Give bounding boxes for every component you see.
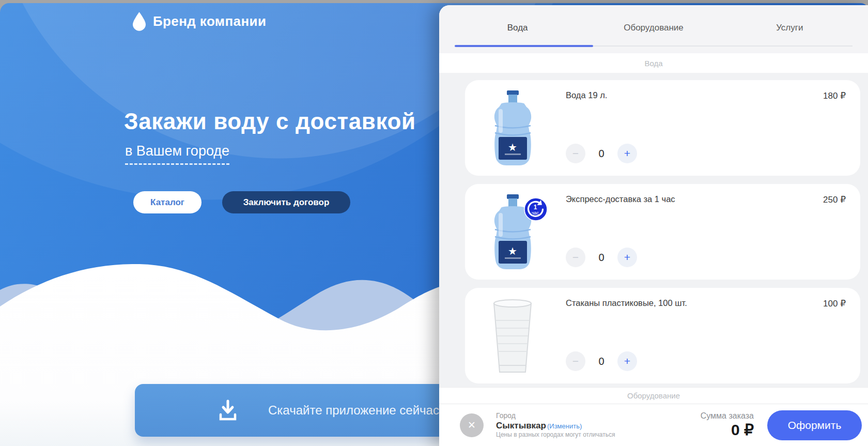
product-image-bottle: ★ <box>483 89 542 166</box>
quantity-stepper: − 0 + <box>566 351 823 371</box>
water-bottle-illustration: ★ <box>488 89 537 167</box>
increase-button[interactable]: + <box>617 144 637 163</box>
city-note: Цены в разных городах могут отличаться <box>496 431 615 439</box>
order-panel: Вода Оборудование Услуги Вода ★ <box>439 5 868 446</box>
product-price: 180 ₽ <box>823 89 846 166</box>
svg-text:час: час <box>532 210 539 216</box>
order-footer: ✕ Город Сыктывкар (Изменить) Цены в разн… <box>439 404 868 446</box>
product-image-cup <box>483 297 542 374</box>
catalog-button[interactable]: Каталог <box>133 191 202 213</box>
quantity-stepper: − 0 + <box>566 248 823 267</box>
city-block: Город Сыктывкар (Изменить) Цены в разных… <box>496 411 615 439</box>
svg-text:★: ★ <box>508 142 517 153</box>
product-list: ★ Вода 19 л. − 0 + 180 ₽ <box>439 73 868 387</box>
quantity-value: 0 <box>598 252 605 264</box>
city-label: Город <box>496 411 615 421</box>
hero-headline: Закажи воду с доставкой <box>124 109 416 134</box>
close-button[interactable]: ✕ <box>460 413 484 437</box>
one-hour-badge: 1 час <box>524 197 548 223</box>
checkout-button[interactable]: Оформить <box>767 410 862 440</box>
close-icon: ✕ <box>468 419 476 431</box>
product-card-water19: ★ Вода 19 л. − 0 + 180 ₽ <box>465 80 860 176</box>
decrease-button[interactable]: − <box>566 248 585 267</box>
product-title: Экспресс-доставка за 1 час <box>566 193 823 204</box>
category-tabs: Вода Оборудование Услуги <box>439 5 868 53</box>
product-price: 250 ₽ <box>823 193 846 270</box>
tab-services[interactable]: Услуги <box>722 23 858 33</box>
city-name: Сыктывкар <box>496 420 546 431</box>
product-price: 100 ₽ <box>823 297 846 374</box>
product-card-cups: Стаканы пластиковые, 100 шт. − 0 + 100 ₽ <box>465 288 860 383</box>
download-icon <box>218 399 238 422</box>
decrease-button[interactable]: − <box>566 351 585 371</box>
increase-button[interactable]: + <box>617 351 637 371</box>
section-header-equipment: Оборудование <box>439 387 868 404</box>
sum-label: Сумма заказа <box>701 411 754 421</box>
plastic-cup-illustration <box>488 297 537 375</box>
quantity-value: 0 <box>598 356 605 367</box>
product-title: Вода 19 л. <box>566 89 823 100</box>
page: Бренд компании Закажи воду с доставкой в… <box>0 0 868 446</box>
product-card-express: ★ 1 час Экспре <box>465 184 860 280</box>
hero-buttons: Каталог Заключить договор <box>133 191 350 213</box>
order-sum-block: Сумма заказа 0 ₽ <box>701 411 754 439</box>
quantity-value: 0 <box>598 148 605 160</box>
water-drop-icon <box>132 11 146 31</box>
section-header-water: Вода <box>439 53 868 73</box>
tab-water[interactable]: Вода <box>450 23 585 33</box>
brand-logo: Бренд компании <box>132 11 266 31</box>
change-city-link[interactable]: (Изменить) <box>547 422 582 430</box>
hero-subtitle: в Вашем городе <box>125 143 229 165</box>
brand-name: Бренд компании <box>153 13 266 29</box>
increase-button[interactable]: + <box>617 248 637 267</box>
active-tab-underline <box>455 45 593 47</box>
quantity-stepper: − 0 + <box>566 144 823 163</box>
sum-value: 0 ₽ <box>701 421 754 439</box>
contract-button[interactable]: Заключить договор <box>222 191 350 213</box>
decrease-button[interactable]: − <box>566 144 585 163</box>
tab-equipment[interactable]: Оборудование <box>585 23 721 33</box>
product-image-bottle-express: ★ 1 час <box>483 193 542 270</box>
svg-text:1: 1 <box>534 204 537 211</box>
product-title: Стаканы пластиковые, 100 шт. <box>566 297 823 308</box>
svg-text:★: ★ <box>508 245 517 257</box>
